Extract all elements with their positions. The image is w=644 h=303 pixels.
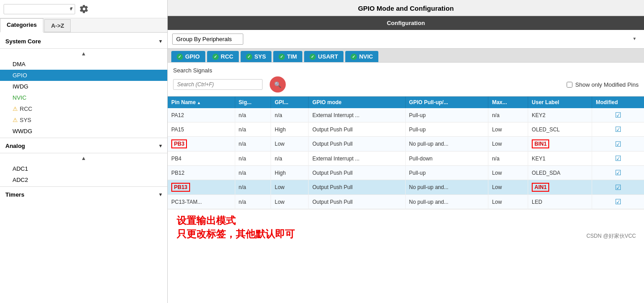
cell-mode: Output Push Pull	[309, 166, 405, 180]
col-modified[interactable]: Modified	[592, 97, 644, 108]
sidebar-group-header-system-core[interactable]: System Core ▾	[0, 34, 167, 47]
sidebar-item-nvic[interactable]: NVIC	[0, 92, 167, 103]
check-circle-gpio: ✓	[177, 54, 183, 60]
table-row[interactable]: PB12n/aHighOutput Push PullPull-upLowOLE…	[168, 166, 644, 180]
table-row[interactable]: PB3n/aLowOutput Push PullNo pull-up and.…	[168, 137, 644, 152]
cell-pin: PB13	[168, 180, 235, 195]
cell-label: KEY1	[528, 152, 592, 166]
table-row[interactable]: PB4n/an/aExternal Interrupt ...Pull-down…	[168, 152, 644, 166]
cell-modified: ☑	[592, 166, 644, 180]
sidebar-group-timers-label: Timers	[5, 191, 24, 198]
search-signals-area: Search Signals 🔍 Show only Modified Pins	[168, 63, 644, 96]
cell-mode: Output Push Pull	[309, 195, 405, 209]
table-row[interactable]: PC13-TAM...n/aLowOutput Push PullNo pull…	[168, 195, 644, 209]
check-circle-usart: ✓	[309, 54, 316, 60]
cell-label: LED	[528, 195, 592, 209]
tab-nvic[interactable]: ✓ NVIC	[345, 51, 378, 62]
sidebar-item-adc1[interactable]: ADC1	[0, 163, 167, 174]
cell-sig: n/a	[235, 152, 271, 166]
sidebar-item-wwdg[interactable]: WWDG	[0, 126, 167, 137]
chevron-down-icon: ▾	[159, 38, 162, 44]
cell-pull: Pull-up	[405, 122, 488, 137]
cell-mode: Output Push Pull	[309, 122, 405, 137]
col-pin-name[interactable]: Pin Name	[168, 97, 235, 108]
table-row[interactable]: PA12n/an/aExternal Interrupt ...Pull-upn…	[168, 108, 644, 122]
check-icon: ☑	[615, 184, 621, 191]
sidebar-content: System Core ▾ ▲ DMA GPIO IWDG NVIC ⚠ RCC	[0, 33, 167, 303]
cell-gpi: High	[271, 166, 309, 180]
cell-mode: External Interrupt ...	[309, 108, 405, 122]
peripheral-tabs: ✓ GPIO ✓ RCC ✓ SYS ✓ TIM ✓ USART ✓ NVIC	[168, 49, 644, 63]
cell-modified: ☑	[592, 122, 644, 137]
sidebar-search-input[interactable]	[4, 4, 75, 14]
sidebar-item-rcc[interactable]: ⚠ RCC	[0, 103, 167, 114]
group-by-dropdown-wrap: Group By Peripherals	[172, 34, 640, 45]
sidebar-item-adc2[interactable]: ADC2	[0, 174, 167, 185]
table-wrap: Pin Name Sig... GPI... GPIO mode GPIO Pu…	[168, 96, 644, 303]
cell-label: OLED_SCL	[528, 122, 592, 137]
table-row[interactable]: PB13n/aLowOutput Push PullNo pull-up and…	[168, 180, 644, 195]
sidebar-item-dma[interactable]: DMA	[0, 59, 167, 70]
cell-mode: Output Push Pull	[309, 180, 405, 195]
tab-rcc[interactable]: ✓ RCC	[207, 51, 239, 62]
cell-modified: ☑	[592, 180, 644, 195]
col-sig[interactable]: Sig...	[235, 97, 271, 108]
sidebar-group-timers: Timers ▾	[0, 188, 167, 201]
cell-modified: ☑	[592, 137, 644, 152]
scroll-up-arrow-analog[interactable]: ▲	[0, 154, 167, 163]
sidebar-item-iwdg[interactable]: IWDG	[0, 81, 167, 92]
tab-usart[interactable]: ✓ USART	[304, 51, 343, 62]
col-pull[interactable]: GPIO Pull-up/...	[405, 97, 488, 108]
gear-icon	[80, 4, 89, 13]
annotation-line1: 设置输出模式	[177, 214, 635, 227]
cell-modified: ☑	[592, 108, 644, 122]
tab-tim[interactable]: ✓ TIM	[273, 51, 302, 62]
check-circle-tim: ✓	[279, 54, 285, 60]
check-icon: ☑	[615, 169, 621, 177]
scroll-up-arrow[interactable]: ▲	[0, 50, 167, 59]
sidebar-item-gpio[interactable]: GPIO	[0, 70, 167, 81]
cell-pull: Pull-up	[405, 108, 488, 122]
check-circle-sys: ✓	[246, 54, 252, 60]
table-row[interactable]: PA15n/aHighOutput Push PullPull-upLowOLE…	[168, 122, 644, 137]
show-modified-checkbox[interactable]	[567, 82, 572, 88]
warning-icon-rcc: ⚠	[13, 105, 18, 112]
search-magnifier-button[interactable]: 🔍	[270, 76, 286, 93]
cell-pull: No pull-up and...	[405, 137, 488, 152]
cell-mode: External Interrupt ...	[309, 152, 405, 166]
cell-modified: ☑	[592, 152, 644, 166]
chevron-down-icon-analog: ▾	[159, 143, 162, 149]
col-max[interactable]: Max...	[488, 97, 528, 108]
sidebar-group-analog-label: Analog	[5, 143, 25, 149]
tab-categories[interactable]: Categories	[0, 18, 43, 33]
col-gpi[interactable]: GPI...	[271, 97, 309, 108]
cell-pull: No pull-up and...	[405, 180, 488, 195]
cell-mode: Output Push Pull	[309, 137, 405, 152]
sidebar-group-header-timers[interactable]: Timers ▾	[0, 188, 167, 201]
search-icon: 🔍	[274, 81, 281, 88]
tab-atoz[interactable]: A->Z	[44, 19, 71, 32]
col-gpio-mode[interactable]: GPIO mode	[309, 97, 405, 108]
sidebar-item-sys[interactable]: ⚠ SYS	[0, 114, 167, 126]
cell-gpi: Low	[271, 137, 309, 152]
show-modified-label: Show only Modified Pins	[575, 81, 639, 88]
cell-pin: PA12	[168, 108, 235, 122]
main-title: GPIO Mode and Configuration	[168, 0, 644, 16]
cell-max: n/a	[488, 108, 528, 122]
cell-sig: n/a	[235, 122, 271, 137]
main-content: Configuration Group By Peripherals ✓ GPI…	[168, 16, 644, 303]
cell-max: Low	[488, 137, 528, 152]
tab-gpio[interactable]: ✓ GPIO	[171, 51, 205, 62]
check-icon: ☑	[615, 140, 621, 148]
cell-gpi: n/a	[271, 152, 309, 166]
tab-sys[interactable]: ✓ SYS	[241, 51, 271, 62]
check-icon: ☑	[615, 126, 621, 133]
check-icon: ☑	[615, 155, 621, 162]
col-user-label[interactable]: User Label	[528, 97, 592, 108]
cell-sig: n/a	[235, 137, 271, 152]
sidebar-group-header-analog[interactable]: Analog ▾	[0, 139, 167, 152]
search-signals-input[interactable]	[173, 79, 263, 90]
cell-pin: PB4	[168, 152, 235, 166]
group-by-dropdown[interactable]: Group By Peripherals	[172, 34, 243, 45]
gear-button[interactable]	[78, 3, 90, 15]
